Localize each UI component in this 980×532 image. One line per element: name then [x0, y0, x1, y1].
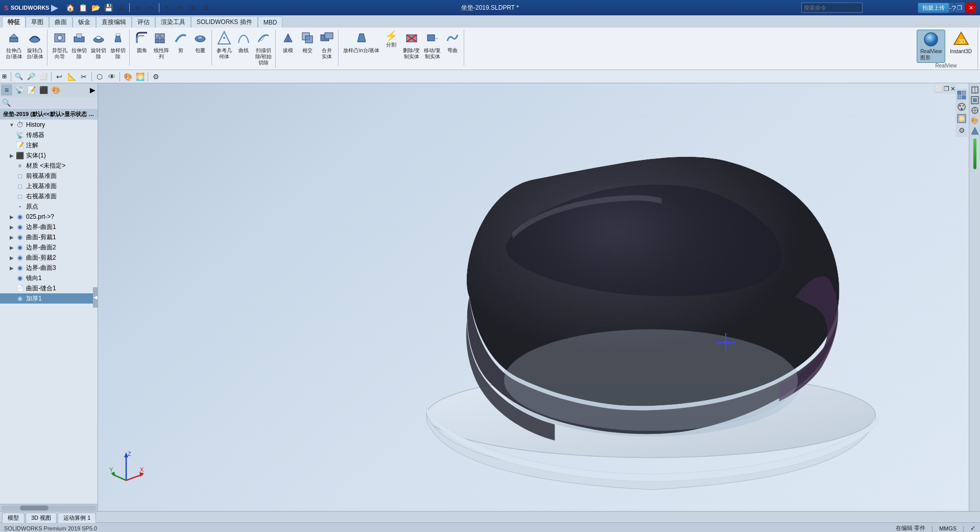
tab-sketch[interactable]: 草图	[26, 16, 49, 28]
tab-features[interactable]: 特征	[2, 16, 26, 28]
tree-item-mirror1[interactable]: ◉ 镜向1	[0, 273, 98, 283]
view-settings-icon[interactable]: ⚙	[150, 71, 161, 82]
mini-tb-3[interactable]	[970, 106, 979, 115]
tree-item-right-plane[interactable]: □ 右视基准面	[0, 191, 98, 201]
tree-item-material[interactable]: ≡ 材质 <未指定>	[0, 160, 98, 171]
tab-evaluate[interactable]: 评估	[132, 16, 155, 28]
hole-wizard-button[interactable]: 异型孔 向导	[51, 30, 69, 61]
view-fit-icon[interactable]: 🔎	[26, 71, 37, 82]
gear-icon[interactable]: ⚙	[200, 2, 211, 13]
st1-expand-icon[interactable]: ▶	[8, 234, 15, 241]
feature-tree[interactable]: ▼ ⏱ History 📡 传感器 📝 注解 ▶ ⬛ 实体(1)	[0, 120, 98, 504]
print-icon[interactable]: 🖨	[115, 2, 127, 13]
close-button[interactable]: ✕	[966, 3, 976, 13]
tree-item-boundary-surf2[interactable]: ▶ ◉ 边界-曲面2	[0, 242, 98, 252]
rebuild-icon[interactable]: ✓	[970, 524, 976, 532]
tree-item-top-plane[interactable]: □ 上视基准面	[0, 181, 98, 191]
tab-surface[interactable]: 曲面	[49, 16, 73, 28]
wrap-button[interactable]: W 包覆	[191, 30, 209, 55]
tab-render[interactable]: 渲染工具	[155, 16, 191, 28]
move-body-button[interactable]: → 移动/复 制实体	[422, 30, 442, 61]
m1-expand-icon[interactable]	[8, 274, 15, 282]
tab-3dview[interactable]: 3D 视图	[26, 513, 57, 523]
tree-item-front-plane[interactable]: □ 前视基准面	[0, 171, 98, 181]
mini-tb-5[interactable]	[970, 126, 979, 135]
flex-button[interactable]: 弯曲	[443, 30, 462, 55]
right-plane-expand-icon[interactable]	[8, 193, 15, 200]
viewport-restore-icon[interactable]: ❐	[944, 85, 949, 92]
view-selector-icon[interactable]	[957, 90, 967, 100]
panel-tab-annotations[interactable]: 📝	[26, 84, 37, 96]
filter-icon[interactable]: 🔍	[2, 99, 11, 107]
delete-body-button[interactable]: 删除/变 制实体	[401, 30, 421, 61]
bs3-expand-icon[interactable]: ▶	[8, 264, 15, 271]
tree-item-boundary-surf3[interactable]: ▶ ◉ 边界-曲面3	[0, 263, 98, 273]
tree-item-history[interactable]: ▼ ⏱ History	[0, 120, 98, 130]
panel-tab-sensors[interactable]: 📡	[13, 84, 25, 96]
pattern-button[interactable]: 线性阵 列	[152, 30, 171, 61]
view-hide-icon[interactable]: 👁	[106, 71, 117, 82]
instant3d-button[interactable]: 3D Instant3D	[946, 30, 975, 56]
loft-boss-button[interactable]: 放样凸\n台/基体	[342, 30, 381, 55]
viewport-maximize-icon[interactable]: ⬜	[935, 85, 943, 92]
view-scene-icon2[interactable]	[957, 113, 967, 124]
mini-tb-1[interactable]	[970, 85, 979, 95]
undo-icon[interactable]: ↩	[132, 2, 144, 13]
tab-mbd[interactable]: MBD	[258, 16, 283, 28]
origin-expand-icon[interactable]	[8, 203, 15, 210]
select-icon[interactable]: ↖	[162, 2, 173, 13]
intersect-button[interactable]: 相交	[298, 30, 317, 55]
loft-cut-button[interactable]: 放样切 除	[109, 30, 127, 61]
sweep-button[interactable]: 剪	[172, 30, 190, 55]
tree-item-solid-bodies[interactable]: ▶ ⬛ 实体(1)	[0, 150, 98, 160]
view-orientation-icon[interactable]: ⊞	[2, 73, 7, 80]
view-display-icon[interactable]: ⬡	[94, 71, 105, 82]
scroll-thumb[interactable]	[20, 505, 49, 511]
bs2-expand-icon[interactable]: ▶	[8, 244, 15, 251]
view-prev-icon[interactable]: ↩	[54, 71, 65, 82]
history-expand-icon[interactable]: ▼	[8, 121, 15, 128]
view-zoom-icon[interactable]: 🔍	[13, 71, 25, 82]
front-plane-expand-icon[interactable]	[8, 172, 15, 179]
view-scene-icon[interactable]: 🌅	[134, 71, 146, 82]
view-section-icon[interactable]: 📐	[66, 71, 77, 82]
025prt-expand-icon[interactable]: ▶	[8, 213, 15, 220]
view-settings-icon2[interactable]: ⚙	[957, 125, 967, 135]
mini-tb-2[interactable]	[970, 96, 979, 105]
tab-motion[interactable]: 运动算例 1	[58, 513, 96, 523]
st2-expand-icon[interactable]: ▶	[8, 254, 15, 261]
bs1-expand-icon[interactable]: ▶	[8, 223, 15, 230]
view-palette-icon[interactable]	[957, 102, 967, 112]
tk1-expand-icon[interactable]	[8, 295, 15, 302]
tree-item-surf-trim2[interactable]: ▶ ◉ 曲面-剪裁2	[0, 252, 98, 263]
save-icon[interactable]: 💾	[103, 2, 114, 13]
mini-tb-4[interactable]: 🎨	[970, 116, 979, 125]
extrude-cut-button[interactable]: 拉伸切 除	[70, 30, 88, 61]
search-input[interactable]	[801, 3, 863, 13]
panel-expand-icon[interactable]: ▶	[89, 85, 97, 95]
panel-tab-appearance[interactable]: 🎨	[50, 84, 61, 96]
viewport[interactable]: Z X Y ⚙ ⬜	[98, 83, 969, 511]
viewport-close-icon[interactable]: ✕	[950, 85, 955, 92]
ref-geo-button[interactable]: 参考几 何体	[215, 30, 233, 61]
tree-item-025prt[interactable]: ▶ ◉ 025.prt->?	[0, 212, 98, 222]
split-button[interactable]: ⚡ 分割	[382, 30, 400, 49]
panel-tab-feature-tree[interactable]: ≡	[1, 84, 12, 96]
annotations-expand-icon[interactable]	[8, 142, 15, 149]
sensors-expand-icon[interactable]	[8, 131, 15, 138]
home-icon[interactable]: 🏠	[64, 2, 76, 13]
revolve-cut-button[interactable]: 旋转切 除	[89, 30, 108, 61]
sk1-expand-icon[interactable]	[8, 285, 15, 292]
revolve-boss-button[interactable]: 旋转凸 台/基体	[25, 30, 45, 61]
extrude-boss-button[interactable]: 拉伸凸 台/基体	[4, 30, 24, 61]
curves-button[interactable]: 曲线	[234, 30, 253, 55]
upload-button[interactable]: 拍摄上传	[918, 3, 949, 13]
tab-sheetmetal[interactable]: 钣金	[73, 16, 96, 28]
new-icon[interactable]: 📋	[77, 2, 88, 13]
combine-button[interactable]: 合并 实体	[318, 30, 336, 61]
tree-item-surf-trim1[interactable]: ▶ ◉ 曲面-剪裁1	[0, 232, 98, 242]
tab-plugins[interactable]: SOLIDWORKS 插件	[191, 16, 258, 28]
tree-item-origin[interactable]: • 原点	[0, 201, 98, 212]
tree-item-sensors[interactable]: 📡 传感器	[0, 130, 98, 140]
view-appearance-icon[interactable]: 🎨	[122, 71, 133, 82]
